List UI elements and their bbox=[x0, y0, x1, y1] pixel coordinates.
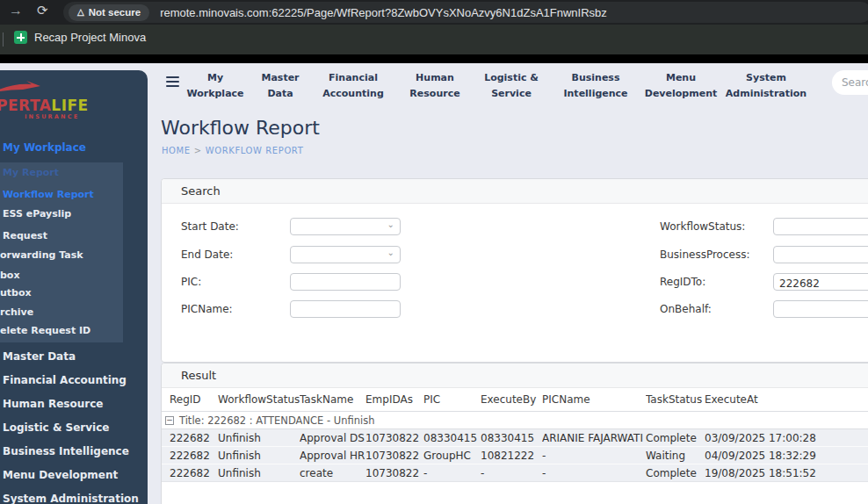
sidebar-item-menu-development[interactable]: Menu Development bbox=[3, 469, 118, 481]
chevron-down-icon: ⌄ bbox=[387, 220, 394, 229]
warning-icon: △ bbox=[77, 8, 84, 17]
col-pic[interactable]: PIC bbox=[423, 393, 481, 406]
menu-icon[interactable] bbox=[166, 76, 179, 89]
address-bar[interactable]: △ Not secure remote.minovais.com:62225/P… bbox=[63, 2, 868, 23]
breadcrumb-home-link[interactable]: HOME bbox=[162, 146, 191, 155]
sidebar: PERTALIFE INSURANCE My Workplace My Repo… bbox=[0, 70, 148, 504]
col-empidas[interactable]: EmpIDAs bbox=[365, 393, 423, 406]
col-taskname[interactable]: TaskName bbox=[300, 393, 365, 406]
col-executeat[interactable]: ExecuteAt bbox=[705, 393, 868, 406]
sidebar-item-request[interactable]: Request bbox=[3, 230, 47, 241]
page-top-strip bbox=[0, 54, 868, 63]
table-header-row: RegID WorkflowStatus TaskName EmpIDAs PI… bbox=[162, 388, 868, 411]
url-text[interactable]: remote.minovais.com:62225/Page/WfReport?… bbox=[160, 6, 607, 19]
tab-human-resource[interactable]: HumanResource bbox=[409, 70, 459, 101]
picname-field[interactable] bbox=[290, 300, 401, 318]
brand-tagline: INSURANCE bbox=[25, 113, 79, 120]
sidebar-item-forwarding-task[interactable]: orwarding Task bbox=[0, 249, 83, 261]
start-date-select[interactable]: ⌄ bbox=[290, 218, 401, 235]
sidebar-item-ess-epayslip[interactable]: ESS ePayslip bbox=[3, 208, 71, 220]
sidebar-item-archive[interactable]: rchive bbox=[0, 306, 33, 318]
pic-field[interactable] bbox=[290, 273, 401, 291]
pic-label: PIC: bbox=[181, 276, 201, 288]
tab-my-workplace[interactable]: MyWorkplace bbox=[186, 70, 243, 101]
businessprocess-label: BusinessProcess: bbox=[660, 248, 749, 261]
table-row[interactable]: 222682 Unfinish create 10730822 - - - Co… bbox=[162, 464, 868, 482]
regidto-field[interactable] bbox=[773, 273, 868, 291]
sidebar-item-my-workplace[interactable]: My Workplace bbox=[3, 141, 86, 154]
bookmarks-divider bbox=[3, 32, 4, 47]
chevron-down-icon: ⌄ bbox=[387, 248, 394, 257]
search-input[interactable] bbox=[832, 70, 868, 95]
end-date-label: End Date: bbox=[181, 248, 233, 261]
tab-business-intelligence[interactable]: BusinessIntelligence bbox=[563, 70, 627, 101]
sidebar-item-delete-request-id[interactable]: elete Request ID bbox=[0, 325, 90, 336]
workflowstatus-label: WorkflowStatus: bbox=[660, 220, 745, 233]
tab-system-administration[interactable]: SystemAdministration bbox=[726, 70, 807, 101]
not-secure-badge[interactable]: △ Not secure bbox=[69, 4, 149, 21]
table-row[interactable]: 222682 Unfinish Approval HR 10730822 Gro… bbox=[162, 447, 868, 464]
tab-menu-development[interactable]: MenuDevelopment bbox=[645, 70, 717, 101]
security-label: Not secure bbox=[89, 7, 141, 18]
businessprocess-field[interactable] bbox=[773, 246, 868, 263]
tab-master-data[interactable]: MasterData bbox=[261, 70, 299, 101]
end-date-select[interactable]: ⌄ bbox=[290, 246, 401, 263]
collapse-icon[interactable]: − bbox=[165, 416, 174, 425]
col-executeby[interactable]: ExecuteBy bbox=[481, 393, 542, 406]
result-panel: Result RegID WorkflowStatus TaskName Emp… bbox=[161, 363, 868, 504]
workflowstatus-field[interactable] bbox=[773, 218, 868, 235]
reload-icon[interactable]: ⟳ bbox=[37, 3, 48, 18]
search-panel-header: Search bbox=[162, 179, 868, 204]
brand-text: PERTALIFE bbox=[0, 97, 89, 114]
sidebar-item-outbox[interactable]: utbox bbox=[0, 287, 32, 299]
col-taskstatus[interactable]: TaskStatus bbox=[646, 393, 705, 406]
sidebar-item-master-data[interactable]: Master Data bbox=[3, 350, 76, 363]
sidebar-item-system-administration[interactable]: System Administration bbox=[3, 493, 139, 504]
bookmark-item[interactable]: Recap Project Minova bbox=[14, 31, 146, 44]
sidebar-item-workflow-report[interactable]: Workflow Report bbox=[3, 189, 94, 200]
tab-financial-accounting[interactable]: FinancialAccounting bbox=[322, 70, 384, 101]
result-panel-header: Result bbox=[162, 364, 868, 388]
sidebar-item-human-resource[interactable]: Human Resource bbox=[3, 398, 103, 410]
start-date-label: Start Date: bbox=[181, 220, 239, 233]
sidebar-item-business-intelligence[interactable]: Business Intelligence bbox=[3, 445, 129, 457]
forward-icon[interactable]: → bbox=[9, 3, 23, 18]
browser-toolbar: → ⟳ △ Not secure remote.minovais.com:622… bbox=[0, 0, 868, 25]
picname-label: PICName: bbox=[181, 303, 233, 315]
col-workflowstatus[interactable]: WorkflowStatus bbox=[218, 393, 300, 406]
bookmark-label: Recap Project Minova bbox=[34, 31, 146, 44]
col-picname[interactable]: PICName bbox=[542, 393, 646, 406]
spreadsheet-icon bbox=[14, 31, 27, 44]
col-regid[interactable]: RegID bbox=[170, 393, 218, 406]
onbehalf-label: OnBehalf: bbox=[660, 303, 712, 315]
search-panel: Search Start Date: ⌄ End Date: ⌄ PIC: PI… bbox=[161, 178, 868, 363]
tab-logistic-service[interactable]: Logistic &Service bbox=[484, 70, 539, 101]
sidebar-item-logistic-service[interactable]: Logistic & Service bbox=[3, 421, 109, 434]
logo-swoosh-icon bbox=[0, 81, 42, 95]
onbehalf-field[interactable] bbox=[773, 300, 868, 318]
group-title: Title: 222682 : ATTENDANCE - Unfinish bbox=[179, 414, 375, 427]
breadcrumb-current: WORKFLOW REPORT bbox=[206, 146, 304, 155]
page-title: Workflow Report bbox=[161, 117, 320, 139]
table-row[interactable]: 222682 Unfinish Approval DS 10730822 083… bbox=[162, 429, 868, 447]
sidebar-item-financial-accounting[interactable]: Financial Accounting bbox=[3, 374, 127, 386]
sidebar-item-inbox[interactable]: box bbox=[0, 270, 20, 281]
group-header-row: − Title: 222682 : ATTENDANCE - Unfinish bbox=[162, 411, 868, 429]
regidto-label: RegIDTo: bbox=[660, 276, 705, 288]
bookmarks-bar: Recap Project Minova bbox=[0, 25, 868, 54]
breadcrumb: HOME>WORKFLOW REPORT bbox=[162, 146, 303, 155]
sidebar-item-my-report[interactable]: My Report bbox=[3, 167, 59, 178]
